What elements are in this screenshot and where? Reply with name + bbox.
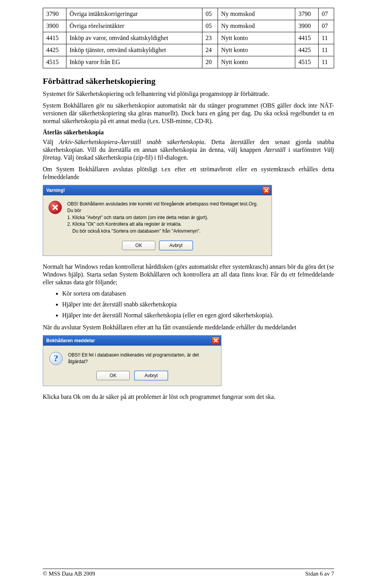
footer-left: © MSS Data AB 2009: [43, 571, 95, 577]
cell-action: Ny momskod: [218, 20, 295, 32]
page-footer: © MSS Data AB 2009 Sidan 6 av 7: [43, 569, 334, 577]
body-paragraph: När du avslutar System Bokhållaren efter…: [43, 324, 334, 331]
table-row: 4515 Inköp varor från EG 20 Nytt konto 4…: [43, 56, 334, 68]
cell-desc: Inköp av varor, omvänd skattskyldighet: [66, 32, 202, 44]
cell-new: 4425: [295, 44, 319, 56]
dialog-title: Varning!: [46, 188, 65, 193]
dialog-line: 2. Klicka "Ok" och Kontrollera att alla …: [67, 221, 258, 228]
cell-new: 4515: [295, 56, 319, 68]
cancel-button[interactable]: Avbryt: [159, 241, 193, 250]
cancel-button[interactable]: Avbryt: [134, 371, 168, 380]
cell-action: Nytt konto: [218, 56, 295, 68]
dialog-text: OBS! Bokhållaren avslutades inte korrekt…: [67, 201, 258, 235]
cell-old: 05: [202, 8, 218, 20]
cell-code: 3790: [43, 8, 66, 20]
cell-action: Ny momskod: [218, 8, 295, 20]
body-paragraph: Klicka bara Ok om du är säker på att pro…: [43, 393, 334, 401]
footer-right: Sidan 6 av 7: [305, 571, 334, 577]
cell-new: 3790: [295, 8, 319, 20]
warning-dialog: Varning! OBS! Bokhållaren avslutades int…: [43, 185, 272, 256]
text: Välj: [43, 139, 59, 145]
cell-code: 4415: [43, 32, 66, 44]
cell-id: 07: [319, 8, 334, 20]
body-paragraph: Om System Bokhållaren avslutas plötsligt…: [43, 165, 334, 181]
cell-id: 11: [319, 56, 334, 68]
close-icon[interactable]: [262, 186, 270, 194]
table-row: 3900 Övriga rörelseintäkter 05 Ny momsko…: [43, 20, 334, 32]
dialog-buttons: OK Avbryt: [43, 369, 221, 386]
question-icon: ?: [49, 352, 63, 365]
body-paragraph: Systemet för Säkerhetskopiering och felh…: [43, 90, 334, 98]
dialog-line: OBS! Bokhållaren avslutades inte korrekt…: [67, 201, 258, 207]
ok-button[interactable]: OK: [96, 371, 130, 380]
dialog-body: OBS! Bokhållaren avslutades inte korrekt…: [43, 195, 272, 238]
body-paragraph: Normalt har Windows redan kontrollerat h…: [43, 263, 334, 286]
cell-desc: Övriga rörelseintäkter: [66, 20, 202, 32]
cell-new: 3900: [295, 20, 319, 32]
italic-text: Arkiv-Säkerhetskopiera-Återställ snabb s…: [59, 139, 204, 145]
cell-id: 11: [319, 32, 334, 44]
cell-code: 4515: [43, 56, 66, 68]
cell-code: 4425: [43, 44, 66, 56]
list-item: Hjälper inte det återställ Normal säkerh…: [62, 312, 334, 319]
italic-text: Återställ: [264, 146, 286, 153]
cell-old: 20: [202, 56, 218, 68]
cell-desc: Inköp varor från EG: [66, 56, 202, 68]
dialog-text: OBS!! Ett fel i databasen indikerades vi…: [68, 352, 215, 365]
dialog-titlebar: Bokhållaren meddelar: [43, 336, 221, 346]
subheading: Återläs säkerhetskopia: [43, 129, 334, 136]
text: . Välj önskad säkerhetskopia (zip-fil) i…: [61, 154, 188, 161]
table-row: 3790 Övriga intäktskorrigeringar 05 Ny m…: [43, 8, 334, 20]
dialog-body: ? OBS!! Ett fel i databasen indikerades …: [43, 346, 221, 369]
table-row: 4425 Inköp tjänster, omvänd skattskyldig…: [43, 44, 334, 56]
dialog-buttons: OK Avbryt: [43, 238, 272, 256]
ok-button[interactable]: OK: [122, 241, 155, 250]
close-icon[interactable]: [212, 337, 220, 344]
dialog-line: 1. Klicka "Avbryt" och starta om datorn …: [67, 214, 258, 221]
body-paragraph: System Bokhållaren gör nu säkerhetskopio…: [43, 102, 334, 125]
cell-desc: Inköp tjänster, omvänd skattskyldighet: [66, 44, 202, 56]
cell-action: Nytt konto: [218, 44, 295, 56]
cell-id: 07: [319, 20, 334, 32]
cell-desc: Övriga intäktskorrigeringar: [66, 8, 202, 20]
cell-code: 3900: [43, 20, 66, 32]
section-heading: Förbättrad säkerhetskopiering: [43, 76, 334, 86]
error-icon: [49, 201, 62, 214]
dialog-line: Du bör: [67, 207, 258, 214]
list-item: Kör sortera om databasen: [62, 290, 334, 297]
list-item: Hjälper inte det återställ snabb säkerhe…: [62, 301, 334, 308]
cell-new: 4415: [295, 32, 319, 44]
dialog-title: Bokhållaren meddelar: [46, 338, 95, 343]
cell-action: Nytt konto: [218, 32, 295, 44]
info-dialog: Bokhållaren meddelar ? OBS!! Ett fel i d…: [43, 335, 221, 386]
text: i starfönstret: [286, 146, 324, 153]
page: 3790 Övriga intäktskorrigeringar 05 Ny m…: [0, 0, 373, 588]
cell-old: 24: [202, 44, 218, 56]
table-row: 4415 Inköp av varor, omvänd skattskyldig…: [43, 32, 334, 44]
cell-id: 11: [319, 44, 334, 56]
dialog-titlebar: Varning!: [43, 185, 272, 195]
dialog-line: Du bör också köra "Sortera om databasen"…: [67, 228, 258, 235]
body-paragraph: Välj Arkiv-Säkerhetskopiera-Återställ sn…: [43, 138, 334, 162]
cell-old: 05: [202, 20, 218, 32]
momskod-table: 3790 Övriga intäktskorrigeringar 05 Ny m…: [43, 8, 334, 68]
cell-old: 23: [202, 32, 218, 44]
bullet-list: Kör sortera om databasen Hjälper inte de…: [62, 290, 334, 319]
